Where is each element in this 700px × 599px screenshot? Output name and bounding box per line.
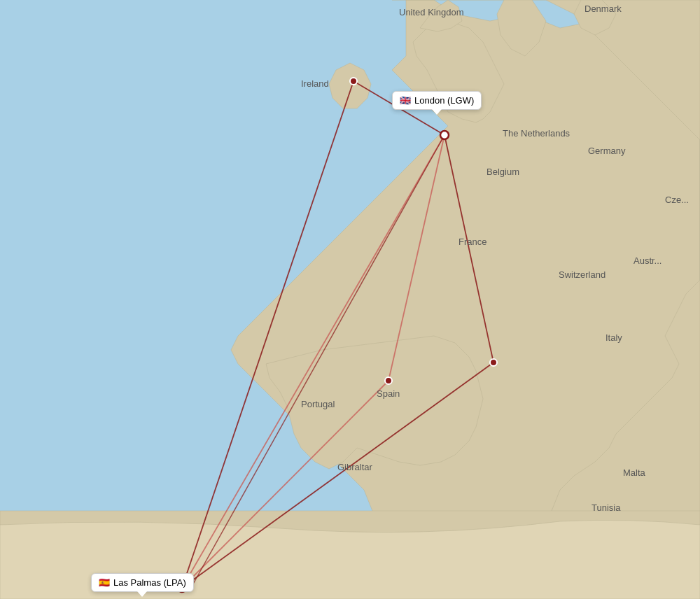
map-container: United Kingdom Ireland The Netherlands B… <box>0 0 700 599</box>
airport-label-lgw[interactable]: 🇬🇧 London (LGW) <box>392 91 482 110</box>
svg-point-11 <box>490 359 497 366</box>
svg-point-9 <box>350 78 357 85</box>
lpa-flag: 🇪🇸 <box>99 577 110 588</box>
svg-point-12 <box>440 131 449 139</box>
airport-label-lpa[interactable]: 🇪🇸 Las Palmas (LPA) <box>91 573 194 592</box>
lpa-name: Las Palmas (LPA) <box>113 577 186 588</box>
lgw-name: London (LGW) <box>414 95 474 106</box>
lgw-flag: 🇬🇧 <box>400 95 411 106</box>
svg-point-10 <box>385 377 392 384</box>
